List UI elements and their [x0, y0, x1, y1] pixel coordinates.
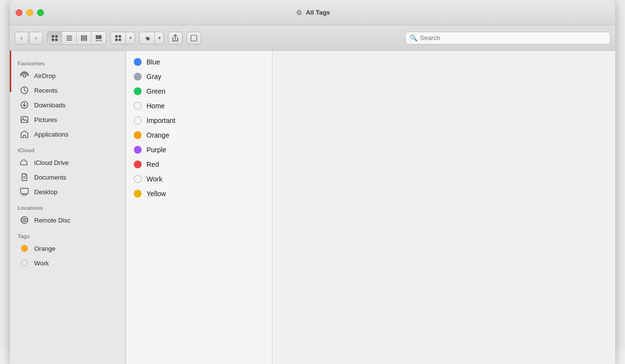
view-columns-button[interactable] — [77, 32, 91, 44]
search-bar[interactable]: 🔍 — [405, 32, 610, 44]
sidebar-item-pictures[interactable]: Pictures — [12, 112, 124, 127]
tag-item-yellow[interactable]: Yellow — [126, 186, 272, 201]
documents-label: Documents — [34, 174, 66, 181]
tag-button[interactable] — [187, 32, 201, 44]
traffic-lights — [16, 9, 44, 16]
sidebar-item-tag-orange[interactable]: Orange — [12, 241, 124, 256]
green-dot — [134, 87, 142, 95]
green-label: Green — [146, 87, 166, 95]
favourites-header: Favourites — [10, 55, 125, 68]
gallery-icon — [95, 35, 102, 41]
sidebar-item-desktop[interactable]: Desktop — [12, 184, 124, 199]
titlebar: ⚙ All Tags — [10, 0, 615, 25]
svg-rect-16 — [115, 39, 118, 41]
work-tag-label: Work — [34, 260, 49, 267]
locations-header: Locations — [10, 199, 125, 213]
remote-disc-icon — [20, 215, 29, 225]
gear-icon — [144, 35, 150, 41]
view-gallery-button[interactable] — [91, 32, 106, 44]
work-label: Work — [146, 175, 162, 183]
sidebar-item-recents[interactable]: Recents — [12, 83, 124, 98]
tag-item-important[interactable]: Important — [126, 113, 272, 128]
tags-panel: Blue Gray Green Home — [126, 51, 272, 364]
nav-buttons: ‹ › — [15, 32, 43, 44]
orange-dot — [134, 131, 142, 139]
icloud-drive-label: iCloud Drive — [34, 159, 69, 166]
forward-icon: › — [35, 34, 37, 41]
svg-rect-22 — [21, 117, 28, 122]
downloads-label: Downloads — [34, 101, 65, 109]
purple-dot — [134, 146, 142, 154]
view-group-button[interactable]: ▾ — [110, 32, 135, 44]
svg-point-30 — [21, 217, 28, 223]
share-icon — [172, 34, 179, 42]
desktop-icon — [20, 187, 29, 197]
tag-item-home[interactable]: Home — [126, 99, 272, 113]
view-icon-button[interactable] — [47, 32, 62, 44]
svg-rect-9 — [85, 35, 87, 41]
sidebar-item-airdrop[interactable]: AirDrop — [12, 68, 124, 83]
share-button[interactable] — [168, 32, 183, 44]
blue-label: Blue — [146, 58, 160, 66]
view-group-main — [111, 32, 126, 44]
svg-rect-4 — [66, 36, 72, 37]
tag-item-work[interactable]: Work — [126, 172, 272, 186]
tag-item-green[interactable]: Green — [126, 84, 272, 99]
documents-icon — [20, 172, 29, 182]
svg-rect-14 — [115, 35, 118, 38]
tag-item-orange[interactable]: Orange — [126, 128, 272, 142]
svg-rect-2 — [52, 39, 54, 41]
gray-dot — [134, 73, 142, 81]
home-label: Home — [146, 102, 165, 110]
sidebar-item-documents[interactable]: Documents — [12, 170, 124, 184]
blue-dot — [134, 58, 142, 66]
view-group-icon — [115, 35, 122, 41]
svg-rect-15 — [119, 35, 121, 38]
remote-disc-label: Remote Disc — [34, 217, 70, 224]
svg-rect-0 — [52, 35, 54, 38]
svg-rect-12 — [98, 40, 100, 41]
airdrop-label: AirDrop — [34, 72, 56, 80]
tag-item-gray[interactable]: Gray — [126, 69, 272, 84]
purple-label: Purple — [146, 146, 166, 154]
svg-rect-3 — [55, 39, 58, 41]
sidebar-item-downloads[interactable]: Downloads — [12, 98, 124, 112]
title-icon: ⚙ — [295, 9, 303, 17]
sidebar-item-tag-work[interactable]: Work — [12, 256, 124, 270]
list-icon — [66, 35, 73, 41]
close-button[interactable] — [16, 9, 22, 16]
sidebar-item-remote-disc[interactable]: Remote Disc — [12, 213, 124, 227]
pictures-label: Pictures — [34, 116, 57, 123]
sidebar-item-icloud-drive[interactable]: iCloud Drive — [12, 155, 124, 170]
forward-button[interactable]: › — [29, 32, 43, 44]
important-label: Important — [146, 117, 175, 124]
svg-rect-10 — [96, 35, 102, 39]
svg-rect-11 — [96, 40, 97, 41]
tag-item-blue[interactable]: Blue — [126, 55, 272, 69]
view-list-button[interactable] — [62, 32, 77, 44]
right-panel — [272, 51, 615, 364]
search-input[interactable] — [420, 34, 606, 41]
downloads-icon — [20, 100, 29, 110]
title-text: All Tags — [306, 9, 330, 16]
tag-item-purple[interactable]: Purple — [126, 142, 272, 157]
airdrop-icon — [20, 71, 29, 81]
home-dot — [134, 102, 142, 110]
main-panel: Blue Gray Green Home — [126, 51, 615, 364]
gear-main — [140, 32, 155, 44]
maximize-button[interactable] — [37, 9, 44, 16]
sidebar-item-applications[interactable]: Applications — [12, 127, 124, 142]
svg-point-31 — [23, 219, 25, 221]
red-dot — [134, 161, 142, 168]
red-label: Red — [146, 161, 159, 168]
applications-label: Applications — [34, 131, 68, 138]
icloud-header: iCloud — [10, 142, 125, 155]
back-button[interactable]: ‹ — [15, 32, 28, 44]
toolbar: ‹ › — [10, 25, 615, 51]
gear-button[interactable]: ▾ — [139, 32, 164, 44]
svg-rect-7 — [81, 35, 83, 41]
view-buttons — [47, 31, 106, 45]
minimize-button[interactable] — [26, 9, 33, 16]
tag-item-red[interactable]: Red — [126, 157, 272, 172]
icloud-drive-icon — [20, 158, 29, 167]
